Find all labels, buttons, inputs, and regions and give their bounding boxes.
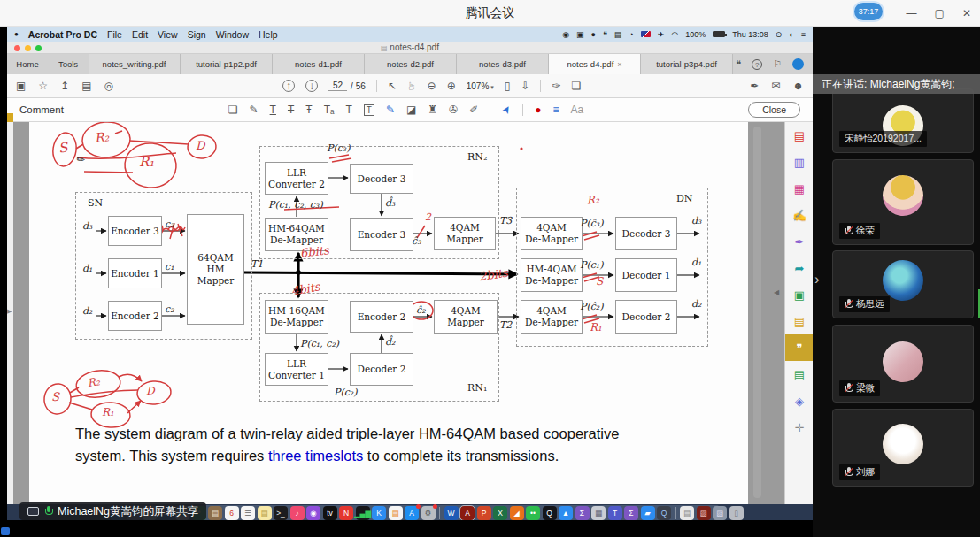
tab-notes-writing-pdf[interactable]: notes_writing.pdf bbox=[89, 54, 181, 74]
dock-matlab-icon[interactable]: ◢ bbox=[510, 506, 524, 520]
tab-tutorial-p1p2-pdf[interactable]: tutorial-p1p2.pdf bbox=[181, 54, 273, 74]
dock-acrobat-icon[interactable]: A bbox=[460, 506, 475, 520]
pen-tool-icon[interactable]: ✑ bbox=[552, 80, 560, 92]
tool-fill-sign[interactable]: ✍ bbox=[785, 202, 813, 228]
tool-combine-files[interactable]: ▣ bbox=[785, 281, 813, 308]
line-weight-icon[interactable]: ≡ bbox=[553, 104, 559, 116]
dock-adobe-folder-icon[interactable]: ▨ bbox=[697, 506, 711, 520]
menu-sign[interactable]: Sign bbox=[188, 29, 206, 40]
dock-teams-icon[interactable]: T bbox=[608, 506, 622, 520]
dock-reminders-icon[interactable]: ☰ bbox=[241, 506, 255, 520]
tab-notes-d1-pdf[interactable]: notes-d1.pdf bbox=[273, 54, 365, 74]
dock-wechat-icon[interactable]: •• bbox=[526, 506, 540, 520]
save-icon[interactable]: ▣ bbox=[16, 80, 26, 92]
wifi-icon[interactable]: ◠ bbox=[671, 30, 678, 39]
dock-documents-stack-icon[interactable]: ▤ bbox=[680, 506, 694, 520]
highlight-text-icon[interactable]: ✎ bbox=[250, 104, 259, 116]
page-number-input[interactable]: 52 bbox=[328, 81, 347, 91]
comment-panel-icon[interactable]: ❝ bbox=[736, 58, 741, 70]
nav-pane-strip[interactable]: ▶ bbox=[7, 122, 13, 504]
sticky-note-icon[interactable]: ❏ bbox=[228, 104, 238, 116]
dock-quicktime-icon[interactable]: Q bbox=[657, 506, 671, 520]
fill-sign-icon[interactable]: ✒ bbox=[750, 80, 759, 92]
participant-tile[interactable]: 刘娜 bbox=[832, 409, 974, 487]
draw-pen-icon[interactable]: ✎ bbox=[386, 104, 395, 116]
tool-more-tools[interactable]: ✛ bbox=[785, 414, 813, 441]
dock-music-icon[interactable]: ♪ bbox=[290, 506, 305, 520]
print-icon[interactable]: ▤ bbox=[81, 80, 91, 92]
menu-view[interactable]: View bbox=[158, 29, 178, 40]
dock-app-store-icon[interactable]: A bbox=[405, 506, 419, 520]
dock-word-icon[interactable]: W bbox=[444, 506, 459, 520]
participant-tile[interactable]: 梁微 bbox=[832, 325, 974, 403]
help-icon[interactable]: ? bbox=[752, 59, 762, 70]
notification-center-icon[interactable]: ≡ bbox=[801, 30, 806, 39]
hand-tool-icon[interactable]: ☞ bbox=[405, 81, 418, 91]
dock-downloads-folder-icon[interactable]: ▨ bbox=[713, 506, 727, 520]
tab-notes-d3-pdf[interactable]: notes-d3.pdf bbox=[457, 54, 549, 74]
expand-nav-icon[interactable]: ▶ bbox=[7, 308, 12, 315]
account-avatar[interactable] bbox=[792, 58, 804, 70]
bell-icon[interactable]: ⚐ bbox=[773, 58, 782, 70]
spotlight-icon[interactable]: ⊙ bbox=[776, 30, 783, 39]
select-tool-icon[interactable]: ↖ bbox=[388, 80, 397, 92]
close-button[interactable]: ✕ bbox=[962, 7, 971, 19]
comment-close-button[interactable]: Close bbox=[748, 102, 800, 118]
menu-help[interactable]: Help bbox=[259, 29, 278, 40]
tab-home[interactable]: Home bbox=[7, 54, 48, 74]
participant-tile[interactable]: 宋静怡20192017... bbox=[832, 88, 974, 153]
keep-tool-pin-icon[interactable]: ➤ bbox=[499, 103, 514, 117]
participant-tile[interactable]: 徐荣 bbox=[832, 159, 974, 245]
dock-pages-icon[interactable]: ▤ bbox=[389, 506, 403, 520]
stamp-icon[interactable]: ♜ bbox=[428, 104, 437, 116]
collapse-panel-icon[interactable]: › bbox=[814, 271, 820, 288]
close-tab-icon[interactable]: × bbox=[617, 60, 621, 69]
add-text-icon[interactable]: T bbox=[345, 104, 351, 116]
dock-stocks-icon[interactable]: ▁▄▆ bbox=[356, 506, 370, 520]
menubar-clock[interactable]: Thu 13:08 bbox=[732, 30, 768, 39]
insert-text-icon[interactable]: Tₐ bbox=[324, 104, 335, 116]
apple-menu-icon[interactable]: ● bbox=[14, 30, 19, 38]
dock-qq-icon[interactable]: Q bbox=[543, 506, 557, 520]
attach-icon[interactable]: ✇ bbox=[449, 104, 458, 116]
tool-send-for-review[interactable]: ➦ bbox=[785, 255, 813, 281]
chat-icon[interactable]: ❝ bbox=[603, 30, 607, 39]
menu-edit[interactable]: Edit bbox=[132, 29, 148, 40]
dock-tv-icon[interactable]: tv bbox=[323, 506, 337, 520]
dock-powerpoint-icon[interactable]: P bbox=[477, 506, 491, 520]
eraser-icon[interactable]: ◪ bbox=[406, 104, 416, 116]
replace-text-icon[interactable]: Ŧ bbox=[305, 104, 312, 116]
tool-print-production[interactable]: ▤ bbox=[785, 361, 813, 387]
menu-file[interactable]: File bbox=[107, 29, 122, 40]
tool-organize-pages[interactable]: ▦ bbox=[785, 175, 813, 202]
dock-trash-icon[interactable]: ▯ bbox=[729, 506, 744, 520]
share-upload-icon[interactable]: ↥ bbox=[60, 80, 69, 92]
text-style-icon[interactable]: Aa bbox=[571, 104, 584, 116]
collapse-tools-panel-icon[interactable]: ◀ bbox=[774, 288, 779, 296]
text-box-icon[interactable]: T bbox=[364, 104, 374, 116]
tool-sign[interactable]: ✒ bbox=[785, 228, 813, 255]
display-icon[interactable]: ▣ bbox=[576, 30, 584, 39]
tool-comment[interactable]: ❞ bbox=[785, 334, 813, 361]
zoom-in-icon[interactable]: ⊕ bbox=[447, 80, 456, 92]
fit-width-icon[interactable]: ⇩ bbox=[521, 80, 529, 92]
tab-notes-d2-pdf[interactable]: notes-d2.pdf bbox=[365, 54, 457, 74]
dock-notes-icon[interactable]: ▤ bbox=[258, 506, 272, 520]
zoom-level-select[interactable]: 107% ▾ bbox=[467, 81, 494, 91]
participant-tile[interactable]: 杨思远 bbox=[832, 250, 974, 318]
menubar-app-name[interactable]: Acrobat Pro DC bbox=[28, 29, 97, 40]
dock-calendar-icon[interactable]: 6 bbox=[225, 506, 239, 520]
taskbar-app-icon[interactable] bbox=[1, 527, 10, 535]
dock-podcasts-icon[interactable]: ◉ bbox=[306, 506, 320, 520]
dock-terminal-icon[interactable]: >_ bbox=[274, 506, 288, 520]
page-up-icon[interactable]: ↑ bbox=[282, 80, 295, 92]
zoom-out-icon[interactable]: ⊖ bbox=[428, 80, 436, 92]
tool-export-pdf[interactable]: ▥ bbox=[785, 149, 813, 175]
dock-screenshot-icon[interactable]: ▦ bbox=[591, 506, 606, 520]
search-icon[interactable]: ◎ bbox=[104, 80, 113, 92]
drawing-tools-icon[interactable]: ✐ bbox=[469, 104, 478, 116]
dock-contacts-icon[interactable]: ▤ bbox=[208, 506, 222, 520]
star-icon[interactable]: ☆ bbox=[38, 80, 48, 92]
tab-notes-d4-pdf[interactable]: notes-d4.pdf× bbox=[549, 54, 641, 74]
globe-icon[interactable]: ◔ bbox=[629, 30, 633, 39]
